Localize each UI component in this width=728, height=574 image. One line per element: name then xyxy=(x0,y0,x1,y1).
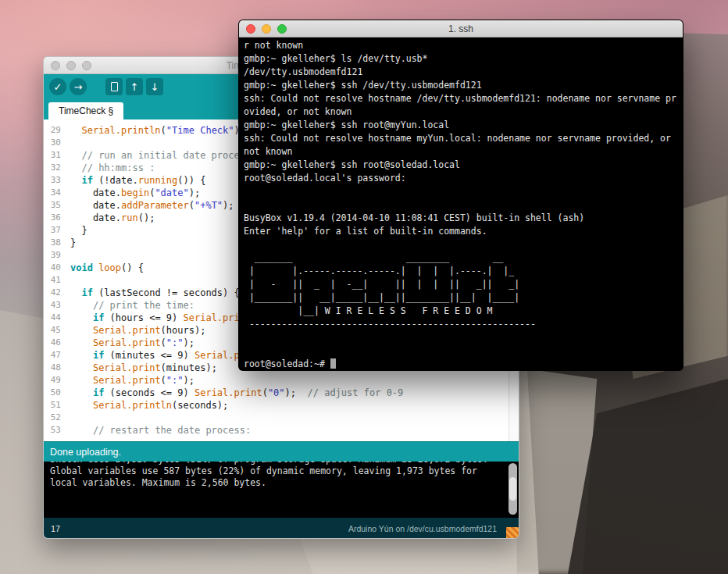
terminal-line: /dev/tty.usbmodemfd121 xyxy=(244,66,678,79)
board-port-info: Arduino Yún on /dev/cu.usbmodemfd121 xyxy=(348,524,497,533)
code-line: 52 xyxy=(44,412,519,424)
terminal-line: |_______|| __|_____|__|__||________||__|… xyxy=(244,291,678,305)
down-arrow-icon: ↓ xyxy=(151,82,159,92)
line-number: 49 xyxy=(44,374,70,387)
line-number: 44 xyxy=(44,312,70,324)
terminal-line: Enter 'help' for a list of built-in comm… xyxy=(244,225,678,238)
save-button[interactable]: ↓ xyxy=(146,78,163,95)
open-button[interactable]: ↑ xyxy=(126,78,143,95)
terminal-titlebar[interactable]: 1. ssh xyxy=(239,20,683,37)
line-number: 42 xyxy=(44,287,70,299)
terminal-line: | - || _ | -__| || | | || _|| _| xyxy=(244,278,678,291)
minimize-button[interactable] xyxy=(66,61,76,70)
console-scrollbar-track[interactable] xyxy=(509,463,517,515)
traffic-lights xyxy=(246,24,287,34)
code-line: 50 if (seconds <= 9) Serial.print("0"); … xyxy=(44,387,519,399)
terminal-line: root@soledad:~# xyxy=(244,358,678,370)
verify-button[interactable]: ✓ xyxy=(49,78,66,95)
terminal-line: | |.-----.-----.-----.| | | |.----.| |_ xyxy=(244,265,678,278)
terminal-line: _______ ________ __ xyxy=(244,251,678,265)
upload-status-bar: Done uploading. xyxy=(44,441,519,462)
zoom-button[interactable] xyxy=(277,24,287,34)
line-number: 50 xyxy=(44,387,70,399)
line-number: 38 xyxy=(44,237,70,249)
terminal-window: 1. ssh r not knowngmbp:~ gkelleher$ ls /… xyxy=(238,20,683,371)
terminal-line: ----------------------------------------… xyxy=(244,318,678,331)
console-line: local variables. Maximum is 2,560 bytes. xyxy=(50,477,519,489)
tab-timecheck[interactable]: TimeCheck § xyxy=(48,102,123,119)
terminal-line: |__| W I R E L E S S F R E E D O M xyxy=(244,305,678,318)
minimize-button[interactable] xyxy=(262,24,271,34)
up-arrow-icon: ↑ xyxy=(130,82,139,92)
line-number: 34 xyxy=(44,187,70,199)
line-number: 36 xyxy=(44,212,70,224)
right-arrow-icon: → xyxy=(74,82,83,92)
check-icon: ✓ xyxy=(54,82,62,92)
close-button[interactable] xyxy=(246,24,255,34)
close-button[interactable] xyxy=(51,61,60,70)
line-number: 32 xyxy=(44,162,70,174)
terminal-line xyxy=(244,331,678,344)
terminal-line: r not known xyxy=(244,39,678,52)
line-number: 41 xyxy=(44,274,70,287)
line-number: 53 xyxy=(44,424,70,437)
terminal-line: gmbp:~ gkelleher$ ssh root@myYun.local xyxy=(244,119,678,132)
line-number: 33 xyxy=(44,174,70,187)
terminal-line: ssh: Could not resolve hostname /dev/tty… xyxy=(244,92,678,105)
code-line: 49 Serial.print(":"); xyxy=(44,374,519,387)
terminal-line xyxy=(244,344,678,358)
line-number: 51 xyxy=(44,399,70,412)
terminal-line: root@soledad.local's password: xyxy=(244,172,678,185)
line-number: 40 xyxy=(44,262,70,274)
terminal-line: ovided, or not known xyxy=(244,105,678,119)
terminal-line xyxy=(244,238,678,251)
console-line: Global variables use 587 bytes (22%) of … xyxy=(50,465,519,477)
line-number: 31 xyxy=(44,149,70,162)
terminal-cursor xyxy=(330,358,336,369)
upload-button[interactable]: → xyxy=(70,78,87,95)
line-number: 47 xyxy=(44,349,70,362)
terminal-line: not known xyxy=(244,145,678,159)
line-number: 46 xyxy=(44,337,70,349)
new-document-icon xyxy=(111,82,118,91)
new-sketch-button[interactable] xyxy=(105,78,123,95)
terminal-window-title: 1. ssh xyxy=(448,23,473,34)
terminal-output[interactable]: r not knowngmbp:~ gkelleher$ ls /dev/tty… xyxy=(239,37,683,370)
terminal-line: BusyBox v1.19.4 (2014-04-10 11:08:41 CES… xyxy=(244,212,678,225)
line-number: 30 xyxy=(44,137,70,149)
terminal-line: gmbp:~ gkelleher$ ls /dev/tty.usb* xyxy=(244,52,678,66)
arduino-footer: 17 Arduino Yún on /dev/cu.usbmodemfd121 xyxy=(44,518,519,539)
tab-label: TimeCheck § xyxy=(59,105,113,116)
resize-grip-icon[interactable] xyxy=(506,527,519,539)
line-number: 43 xyxy=(44,299,70,312)
line-number: 35 xyxy=(44,199,70,212)
code-line: 51 Serial.println(seconds); xyxy=(44,399,519,412)
cursor-line-indicator: 17 xyxy=(51,524,60,533)
code-line: 53 // restart the date process: xyxy=(44,424,519,437)
desktop: TimeCheck | Arduino 1.5.8 ✓ → ↑ ↓ TimeCh… xyxy=(0,0,728,574)
line-number: 29 xyxy=(44,124,70,137)
line-number: 48 xyxy=(44,362,70,374)
line-number: 37 xyxy=(44,224,70,237)
terminal-line: gmbp:~ gkelleher$ ssh /dev/tty.usbmodemf… xyxy=(244,79,678,92)
console-scrollbar-thumb[interactable] xyxy=(509,477,516,501)
zoom-button[interactable] xyxy=(82,61,91,70)
status-message: Done uploading. xyxy=(50,447,121,458)
line-number: 52 xyxy=(44,412,70,424)
console-output: Sketch uses 14,810 bytes (51%) of progra… xyxy=(44,462,519,489)
line-number: 39 xyxy=(44,249,70,262)
traffic-lights xyxy=(51,61,91,70)
terminal-line xyxy=(244,198,678,212)
line-number: 45 xyxy=(44,324,70,337)
console-panel: Sketch uses 14,810 bytes (51%) of progra… xyxy=(44,462,519,518)
terminal-line: gmbp:~ gkelleher$ ssh root@soledad.local xyxy=(244,159,678,172)
terminal-line: ssh: Could not resolve hostname myYun.lo… xyxy=(244,132,678,145)
terminal-line xyxy=(244,185,678,198)
